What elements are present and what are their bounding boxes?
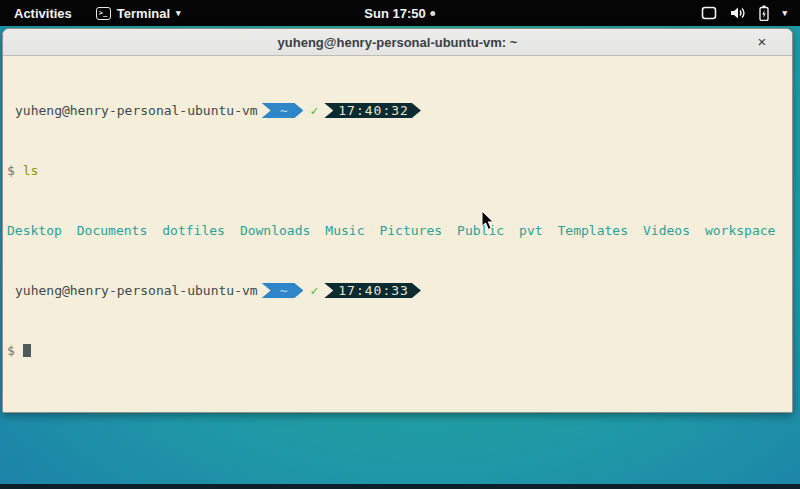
directory-name: Desktop	[7, 223, 62, 238]
system-tray-button[interactable]: ▾	[701, 0, 800, 26]
directory-name: Templates	[558, 223, 628, 238]
prompt-status-check: ✓	[310, 283, 318, 298]
terminal-icon: >_	[96, 7, 111, 20]
clock-label: Sun 17:50	[364, 6, 425, 21]
prompt-path-segment: ~	[262, 103, 304, 118]
app-menu-label: Terminal	[117, 6, 170, 21]
prompt-dollar: $	[7, 343, 15, 358]
desktop-bottom-strip	[0, 484, 800, 489]
volume-icon	[730, 6, 746, 20]
chevron-down-icon: ▾	[176, 9, 181, 18]
input-line: $	[7, 343, 792, 358]
prompt-line: yuheng@henry-personal-ubuntu-vm ~ ✓ 17:4…	[7, 103, 792, 118]
clock-button[interactable]: Sun 17:50	[364, 0, 435, 26]
prompt-path-segment: ~	[262, 283, 304, 298]
directory-name: Downloads	[240, 223, 310, 238]
command-line: $ ls	[7, 163, 792, 178]
directory-name: Videos	[643, 223, 690, 238]
terminal-content[interactable]: yuheng@henry-personal-ubuntu-vm ~ ✓ 17:4…	[3, 56, 792, 413]
activities-button[interactable]: Activities	[0, 0, 86, 26]
prompt-dollar: $	[7, 163, 15, 178]
desktop: Activities >_ Terminal ▾ Sun 17:50	[0, 0, 800, 489]
directory-name: Pictures	[379, 223, 442, 238]
terminal-window: yuheng@henry-personal-ubuntu-vm: ~ × yuh…	[2, 28, 793, 413]
close-icon[interactable]: ×	[752, 32, 772, 52]
caret-down-icon: ▾	[782, 9, 787, 18]
directory-name: Public	[457, 223, 504, 238]
prompt-status-check: ✓	[310, 103, 318, 118]
directory-name: Documents	[77, 223, 147, 238]
prompt-time-segment: 17:40:32	[324, 103, 421, 118]
notification-dot-icon	[431, 11, 436, 16]
directory-name: workspace	[705, 223, 775, 238]
window-titlebar[interactable]: yuheng@henry-personal-ubuntu-vm: ~ ×	[3, 29, 792, 56]
prompt-time-segment: 17:40:33	[324, 283, 421, 298]
window-title: yuheng@henry-personal-ubuntu-vm: ~	[278, 35, 518, 50]
text-cursor	[23, 344, 31, 357]
directory-name: dotfiles	[162, 223, 225, 238]
command-text: ls	[23, 163, 39, 178]
directory-name: pvt	[519, 223, 542, 238]
prompt-user-host: yuheng@henry-personal-ubuntu-vm	[15, 283, 258, 298]
prompt-line: yuheng@henry-personal-ubuntu-vm ~ ✓ 17:4…	[7, 283, 792, 298]
app-menu-terminal[interactable]: >_ Terminal ▾	[86, 0, 191, 26]
battery-charging-icon	[759, 5, 769, 21]
prompt-user-host: yuheng@henry-personal-ubuntu-vm	[15, 103, 258, 118]
top-bar: Activities >_ Terminal ▾ Sun 17:50	[0, 0, 800, 26]
screen-icon	[701, 6, 717, 20]
ls-output-line: DesktopDocumentsdotfilesDownloadsMusicPi…	[7, 223, 792, 238]
directory-name: Music	[325, 223, 364, 238]
